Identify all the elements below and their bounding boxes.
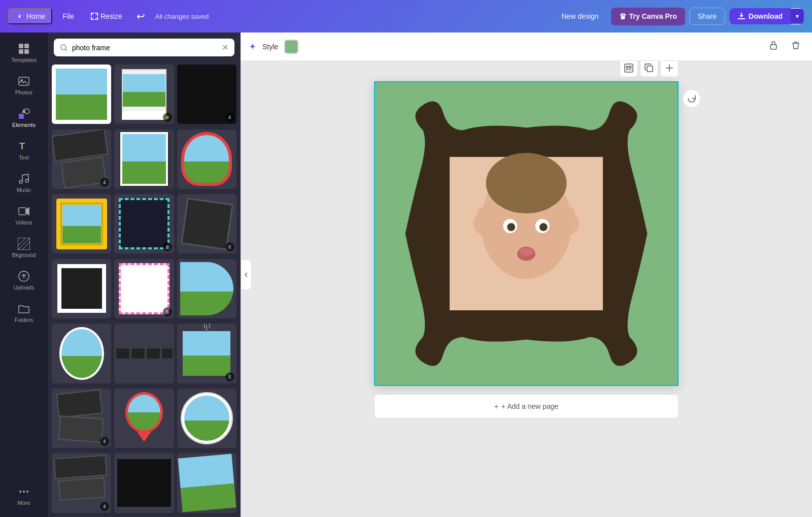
frame-item-oval[interactable] [52, 324, 111, 383]
svg-rect-3 [24, 49, 29, 54]
frame-item-dark-square[interactable] [52, 259, 111, 318]
svg-rect-1 [24, 44, 29, 48]
svg-line-17 [22, 242, 30, 250]
templates-label: Templates [11, 57, 37, 63]
svg-text:T: T [19, 141, 25, 151]
uploads-label: Uploads [14, 284, 34, 290]
sidebar-item-templates[interactable]: Templates [2, 38, 46, 68]
download-chevron-button[interactable]: ▾ [791, 9, 804, 24]
download-main-button[interactable]: Download [729, 8, 791, 24]
frame-item-skycard[interactable] [114, 130, 174, 189]
frames-grid: ♛ £ £ [48, 62, 241, 517]
try-pro-button[interactable]: ♛ Try Canva Pro [611, 8, 685, 25]
svg-rect-27 [647, 66, 653, 72]
frame-item-polaroid3[interactable]: £ [52, 453, 111, 512]
sidebar-item-elements[interactable]: Elements [2, 103, 46, 133]
frame-item-sky2[interactable] [177, 453, 236, 512]
sidebar-more-button[interactable]: More [2, 480, 46, 511]
frame-item-gold[interactable] [52, 194, 111, 253]
resize-button[interactable]: Resize [84, 9, 128, 23]
pound-badge3: £ [163, 242, 172, 251]
svg-point-21 [26, 491, 28, 493]
sidebar-item-photos[interactable]: Photos [2, 70, 46, 101]
undo-button[interactable]: ↩ [132, 7, 149, 25]
duplicate-button[interactable] [640, 61, 658, 77]
refresh-button[interactable] [683, 89, 701, 108]
add-page-icon: + [494, 402, 498, 410]
search-input-wrap[interactable]: ✕ [54, 39, 234, 56]
frame-item-twophotos[interactable]: £ [52, 130, 111, 189]
frame-item-polaroid-dark[interactable]: £ [52, 389, 111, 448]
main-area: Templates Photos Elements T Text [0, 33, 812, 517]
search-icon [60, 44, 68, 52]
sidebar-item-folders[interactable]: Folders [2, 298, 46, 328]
file-button[interactable]: File [56, 9, 80, 23]
more-label: More [17, 500, 30, 506]
svg-point-19 [19, 491, 21, 493]
sidebar-item-videos[interactable]: Videos [2, 200, 46, 231]
frame-item-polaroid[interactable]: ♛ [114, 64, 174, 124]
canvas-page-container [374, 81, 679, 386]
canvas-page[interactable] [374, 81, 679, 386]
music-label: Music [17, 187, 31, 193]
svg-rect-23 [770, 45, 776, 49]
frame-item-landscape[interactable] [52, 64, 111, 124]
navbar: Home File Resize ↩ All changes saved New… [0, 0, 812, 33]
pound-badge5: £ [163, 307, 172, 316]
home-button[interactable]: Home [8, 8, 52, 24]
frame-item-dark-tilt[interactable]: £ [177, 194, 236, 253]
svg-rect-24 [625, 64, 633, 72]
chevron-left-icon [15, 12, 23, 20]
svg-point-42 [507, 223, 515, 231]
search-bar: ✕ [48, 33, 241, 62]
add-icon [665, 63, 674, 73]
sidebar-item-text[interactable]: T Text [2, 135, 46, 166]
svg-point-25 [626, 66, 628, 68]
pound-badge2: £ [100, 178, 109, 187]
add-button[interactable] [660, 61, 679, 77]
resize-icon [90, 12, 98, 20]
music-icon [18, 173, 30, 185]
color-swatch[interactable] [284, 40, 298, 54]
canvas-scroll[interactable]: + + Add a new page [241, 61, 812, 517]
share-button[interactable]: Share [689, 8, 725, 25]
sidebar-item-music[interactable]: Music [2, 168, 46, 198]
sidebar-item-background[interactable]: Bkground [2, 233, 46, 263]
frame-item-darkwide[interactable] [114, 453, 174, 512]
frame-item-hanger[interactable]: £ [177, 324, 236, 383]
mask-button[interactable] [620, 61, 638, 77]
new-design-button[interactable]: New design [553, 8, 606, 24]
svg-point-45 [519, 248, 533, 256]
frame-item-dotted-pink[interactable]: £ [114, 259, 174, 318]
saved-status: All changes saved [155, 13, 209, 20]
frame-item-black[interactable]: £ [177, 64, 236, 124]
add-page-label: + Add a new page [501, 402, 559, 410]
frame-item-half-circle[interactable] [177, 259, 236, 318]
frame-item-mappin[interactable] [114, 389, 174, 448]
add-page-button[interactable]: + + Add a new page [374, 394, 679, 418]
frame-item-dotted-green[interactable]: £ [114, 194, 174, 253]
mask-icon [624, 63, 633, 73]
delete-button[interactable] [788, 37, 804, 56]
pound-badge6: £ [225, 372, 234, 381]
search-clear-button[interactable]: ✕ [222, 43, 228, 52]
background-icon [18, 238, 30, 250]
lock-button[interactable] [765, 37, 782, 56]
background-label: Bkground [12, 252, 36, 258]
frame-item-filmstrip[interactable] [114, 324, 174, 383]
search-input[interactable] [72, 44, 218, 52]
svg-point-11 [25, 179, 28, 182]
frame-item-roundred[interactable] [177, 130, 236, 189]
crown-badge: ♛ [163, 113, 172, 122]
frame-item-circle-white[interactable] [177, 389, 236, 448]
svg-point-26 [629, 66, 631, 68]
refresh-icon [687, 94, 696, 103]
style-star-icon: ✦ [249, 41, 256, 52]
elements-label: Elements [12, 122, 36, 128]
svg-point-35 [492, 205, 504, 223]
canvas-top-icons [620, 61, 679, 77]
sidebar-item-uploads[interactable]: Uploads [2, 265, 46, 296]
hide-panel-button[interactable] [241, 260, 252, 290]
svg-marker-13 [26, 208, 29, 215]
uploads-icon [18, 270, 30, 282]
